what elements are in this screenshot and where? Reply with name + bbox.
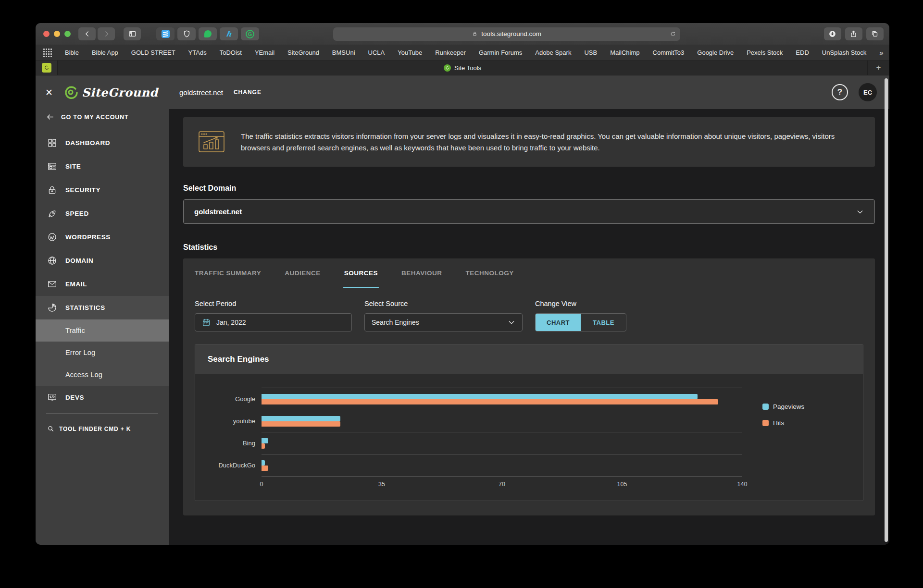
avatar[interactable]: EC	[859, 83, 877, 101]
tab-technology[interactable]: TECHNOLOGY	[466, 258, 514, 288]
h-extension-button[interactable]: ℏ	[220, 27, 238, 40]
bookmarks-overflow-chevron[interactable]: »	[879, 49, 883, 57]
help-button[interactable]: ?	[832, 84, 848, 100]
bookmark-item[interactable]: YEmail	[255, 49, 274, 56]
lock-icon	[47, 185, 57, 195]
downloads-button[interactable]	[824, 27, 841, 40]
chart-category-label: youtube	[208, 410, 262, 432]
statistics-panel: TRAFFIC SUMMARYAUDIENCESOURCESBEHAVIOURT…	[183, 258, 875, 515]
sidebar-item-wordpress[interactable]: WORDPRESS	[36, 225, 169, 249]
share-button[interactable]	[845, 27, 862, 40]
pie-chart-icon	[47, 303, 57, 313]
bookmark-item[interactable]: EDD	[796, 49, 809, 56]
chart-plot: 03570105140	[262, 388, 742, 490]
intro-info-box: The traffic statistics extracts visitors…	[183, 117, 875, 167]
bookmark-item[interactable]: UCLA	[368, 49, 385, 56]
bookmark-item[interactable]: CommitTo3	[653, 49, 685, 56]
view-option-chart[interactable]: CHART	[536, 314, 581, 331]
bookmark-item[interactable]: YouTube	[398, 49, 422, 56]
bookmark-item[interactable]: Pexels Stock	[747, 49, 783, 56]
period-field: Select Period Jan, 2022	[195, 300, 352, 331]
bookmarks-list: BibleBible AppGOLD STREETYTAdsToDOistYEm…	[65, 49, 866, 56]
sidebar-item-site[interactable]: SITE	[36, 155, 169, 178]
shield-extension-button[interactable]	[177, 27, 196, 40]
source-label: Select Source	[364, 300, 523, 307]
active-tab[interactable]: Site Tools	[58, 61, 867, 75]
sidebar-item-speed[interactable]: SPEED	[36, 202, 169, 225]
chart-category-label: Bing	[208, 432, 262, 454]
forward-button[interactable]	[98, 27, 115, 40]
bookmark-item[interactable]: ToDOist	[220, 49, 242, 56]
reload-icon[interactable]	[670, 31, 676, 37]
close-sidebar-icon[interactable]: ✕	[45, 87, 56, 98]
site-icon	[47, 161, 57, 172]
period-input[interactable]: Jan, 2022	[195, 313, 352, 331]
sidebar-item-domain[interactable]: DOMAIN	[36, 249, 169, 272]
tab-sources[interactable]: SOURCES	[344, 258, 378, 288]
sidebar-subitem-access-log[interactable]: Access Log	[36, 364, 169, 386]
sidebar-item-label: STATISTICS	[65, 304, 105, 311]
sidebar-item-statistics[interactable]: STATISTICS	[36, 296, 169, 319]
tab-traffic-summary[interactable]: TRAFFIC SUMMARY	[195, 258, 261, 288]
sidebar-item-devs[interactable]: DEVS	[36, 386, 169, 409]
sidebar-subitem-traffic[interactable]: Traffic	[36, 319, 169, 342]
bookmark-item[interactable]: MailChimp	[610, 49, 639, 56]
bar-pageviews-bing	[262, 438, 268, 443]
globe-icon	[47, 256, 57, 266]
change-domain-button[interactable]: CHANGE	[234, 89, 262, 96]
bookmark-item[interactable]: Bible App	[92, 49, 118, 56]
bar-pageviews-google	[262, 394, 698, 399]
close-window-button[interactable]	[43, 31, 50, 37]
source-select[interactable]: Search Engines	[364, 313, 523, 331]
g-extension-button[interactable]: G	[241, 27, 259, 40]
bookmark-item[interactable]: Garmin Forums	[479, 49, 522, 56]
bookmark-item[interactable]: Bible	[65, 49, 79, 56]
bookmark-item[interactable]: SiteGround	[287, 49, 319, 56]
period-value: Jan, 2022	[216, 318, 246, 326]
zoom-window-button[interactable]	[64, 31, 71, 37]
runkeeper-icon: ℏ	[226, 30, 232, 38]
bookmark-item[interactable]: UnSplash Stock	[822, 49, 867, 56]
bookmarks-bar: BibleBible AppGOLD STREETYTAdsToDOistYEm…	[36, 45, 889, 61]
sidebar-item-label: SPEED	[65, 210, 89, 217]
source-field: Select Source Search Engines	[364, 300, 523, 331]
page-scrollbar[interactable]	[885, 78, 888, 542]
sidebar-item-dashboard[interactable]: DASHBOARD	[36, 131, 169, 155]
app-header: goldstreet.net CHANGE ? EC	[169, 75, 889, 109]
sidebar-item-label: SITE	[65, 163, 81, 170]
back-button[interactable]	[78, 27, 96, 40]
sidebar-item-security[interactable]: SECURITY	[36, 178, 169, 202]
legend-item-hits: Hits	[762, 419, 850, 427]
bookmark-item[interactable]: Google Drive	[697, 49, 734, 56]
address-bar[interactable]: tools.siteground.com	[333, 27, 680, 41]
tool-finder-button[interactable]: TOOL FINDER CMD + K	[36, 416, 169, 441]
bookmark-item[interactable]: GOLD STREET	[131, 49, 175, 56]
go-to-my-account-link[interactable]: GO TO MY ACCOUNT	[36, 109, 169, 128]
bookmark-item[interactable]: Runkeeper	[435, 49, 466, 56]
view-label: Change View	[535, 300, 626, 307]
minimize-window-button[interactable]	[54, 31, 60, 37]
sidebar-item-label: DASHBOARD	[65, 139, 110, 147]
new-tab-button[interactable]: +	[867, 61, 889, 75]
chart-category-labels: GoogleyoutubeBingDuckDuckGo	[208, 388, 262, 490]
sidebar-subitem-error-log[interactable]: Error Log	[36, 342, 169, 364]
view-option-table[interactable]: TABLE	[581, 314, 626, 331]
bookmark-item[interactable]: YTAds	[188, 49, 207, 56]
legend-label: Hits	[773, 419, 784, 427]
pinned-tab[interactable]	[36, 61, 58, 75]
bookmarks-grid-icon[interactable]	[43, 49, 52, 57]
bookmark-item[interactable]: Adobe Spark	[535, 49, 571, 56]
tab-overview-button[interactable]	[866, 27, 884, 40]
tab-behaviour[interactable]: BEHAVIOUR	[401, 258, 442, 288]
todoist-extension-button[interactable]	[156, 27, 175, 40]
bar-pageviews-youtube	[262, 416, 340, 421]
evernote-extension-button[interactable]	[199, 27, 217, 40]
bookmark-item[interactable]: USB	[584, 49, 597, 56]
bar-hits-bing	[262, 443, 265, 449]
domain-select[interactable]: goldstreet.net	[183, 199, 875, 224]
tab-audience[interactable]: AUDIENCE	[285, 258, 321, 288]
bookmark-item[interactable]: BMSUni	[332, 49, 355, 56]
sidebar-item-email[interactable]: EMAIL	[36, 272, 169, 296]
sidebar-toggle-button[interactable]	[124, 27, 141, 40]
sidebar-item-label: DEVS	[65, 394, 84, 401]
